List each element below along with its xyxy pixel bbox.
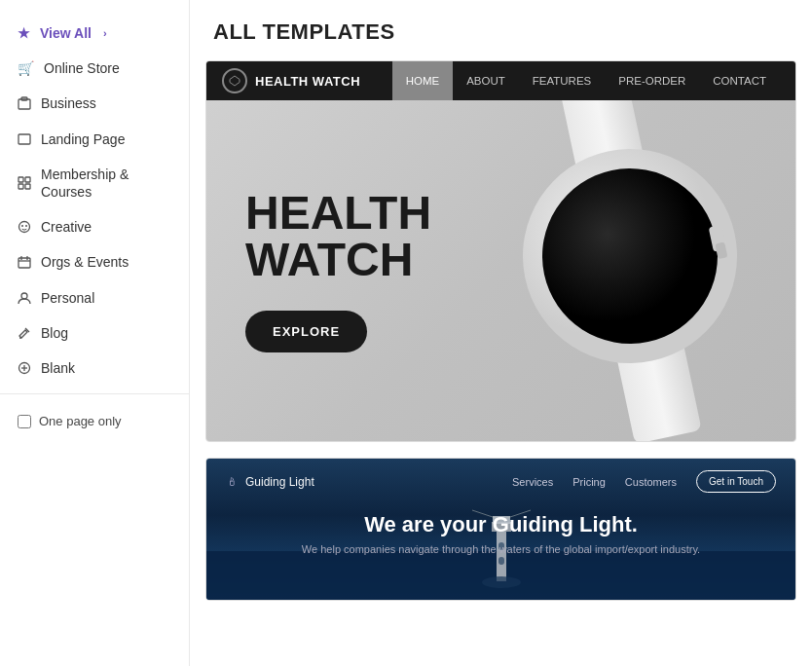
sidebar-item-label: Personal [41, 289, 94, 307]
guiding-light-logo: 🕯 Guiding Light [226, 475, 512, 489]
template-card-health-watch[interactable]: HEALTH WATCH HOME ABOUT FEATURES PRE-ORD… [205, 60, 796, 442]
svg-rect-10 [18, 258, 30, 268]
health-watch-logo-icon [222, 68, 247, 93]
page-title: ALL TEMPLATES [213, 19, 789, 45]
health-watch-hero: HEALTH WATCH EXPLORE [206, 100, 795, 441]
gl-nav-customers[interactable]: Customers [625, 476, 677, 488]
sidebar-item-label: Business [41, 94, 96, 112]
sidebar-item-blank[interactable]: Blank [0, 351, 189, 386]
calendar-icon [18, 255, 31, 269]
sidebar-item-view-all[interactable]: ★ View All › [0, 16, 189, 51]
sidebar-item-label: Orgs & Events [41, 253, 129, 271]
sidebar: ★ View All › 🛒 Online Store Business Lan… [0, 0, 190, 666]
sidebar-divider [0, 393, 189, 394]
guiding-light-logo-text: Guiding Light [245, 475, 314, 489]
svg-marker-19 [230, 76, 240, 86]
gl-nav-services[interactable]: Services [512, 476, 553, 488]
page-header: ALL TEMPLATES [190, 0, 812, 60]
sidebar-item-label: Creative [41, 218, 92, 236]
guiding-light-cta-button[interactable]: Get in Touch [696, 470, 776, 493]
sidebar-item-landing-page[interactable]: Landing Page [0, 122, 189, 157]
sidebar-item-business[interactable]: Business [0, 86, 189, 121]
cart-icon: 🛒 [18, 59, 34, 77]
health-watch-navbar: HEALTH WATCH HOME ABOUT FEATURES PRE-ORD… [206, 61, 795, 100]
template-card-guiding-light[interactable]: 🕯 Guiding Light Services Pricing Custome… [205, 458, 796, 601]
svg-point-7 [19, 222, 30, 233]
hw-nav-home[interactable]: HOME [392, 61, 454, 100]
health-watch-hero-text: HEALTH WATCH EXPLORE [245, 190, 431, 352]
health-watch-preview: HEALTH WATCH HOME ABOUT FEATURES PRE-ORD… [206, 61, 795, 441]
gl-nav-pricing[interactable]: Pricing [572, 476, 606, 488]
health-watch-logo: HEALTH WATCH [222, 68, 392, 93]
sidebar-item-online-store[interactable]: 🛒 Online Store [0, 51, 189, 86]
blank-icon [18, 361, 31, 375]
blog-icon [18, 326, 31, 340]
gl-logo-icon: 🕯 [226, 475, 238, 489]
landing-icon [18, 132, 31, 146]
svg-point-8 [21, 225, 23, 227]
svg-point-9 [25, 225, 27, 227]
health-watch-nav-links: HOME ABOUT FEATURES PRE-ORDER CONTACT [392, 61, 780, 100]
hw-nav-contact[interactable]: CONTACT [699, 61, 780, 100]
sidebar-item-label: Online Store [44, 59, 120, 77]
creative-icon [18, 220, 31, 234]
svg-rect-3 [18, 177, 23, 182]
business-icon [18, 96, 31, 110]
main-content: ALL TEMPLATES HEALTH WATCH [190, 0, 812, 666]
health-watch-hero-title: HEALTH WATCH [245, 190, 431, 283]
sidebar-item-blog[interactable]: Blog [0, 315, 189, 351]
svg-rect-5 [18, 184, 23, 189]
one-page-label: One page only [39, 414, 122, 428]
guiding-light-preview: 🕯 Guiding Light Services Pricing Custome… [206, 459, 795, 600]
sidebar-item-membership-courses[interactable]: Membership & Courses [0, 157, 189, 209]
sidebar-item-personal[interactable]: Personal [0, 280, 189, 315]
one-page-checkbox[interactable] [18, 415, 31, 428]
sidebar-item-label: Landing Page [41, 130, 125, 148]
guiding-light-nav-links: Services Pricing Customers Get in Touch [512, 470, 776, 493]
guiding-light-navbar: 🕯 Guiding Light Services Pricing Custome… [206, 459, 795, 504]
svg-rect-2 [18, 134, 30, 144]
sidebar-item-label: Blank [41, 359, 75, 377]
hw-nav-about[interactable]: ABOUT [453, 61, 519, 100]
health-watch-illustration [406, 100, 795, 441]
sidebar-item-label: Blog [41, 324, 68, 342]
person-icon [18, 291, 31, 305]
guiding-light-hero-subtitle: We help companies navigate through the w… [226, 543, 776, 555]
sidebar-item-label: Membership & Courses [41, 166, 171, 201]
chevron-icon: › [103, 26, 107, 40]
templates-list: HEALTH WATCH HOME ABOUT FEATURES PRE-ORD… [190, 60, 812, 616]
guiding-light-hero-content: We are your Guiding Light. We help compa… [206, 504, 795, 563]
star-icon: ★ [18, 24, 30, 42]
sidebar-item-orgs-events[interactable]: Orgs & Events [0, 244, 189, 279]
membership-icon [18, 176, 31, 190]
hw-nav-preorder[interactable]: PRE-ORDER [605, 61, 699, 100]
health-watch-logo-text: HEALTH WATCH [255, 74, 360, 89]
hw-nav-features[interactable]: FEATURES [519, 61, 606, 100]
svg-rect-6 [25, 184, 30, 189]
svg-rect-4 [25, 177, 30, 182]
health-watch-explore-button[interactable]: EXPLORE [245, 311, 367, 352]
svg-point-31 [482, 576, 521, 588]
sidebar-item-creative[interactable]: Creative [0, 209, 189, 244]
guiding-light-hero-title: We are your Guiding Light. [226, 512, 776, 537]
sidebar-item-label: View All [40, 24, 92, 42]
svg-point-14 [21, 293, 27, 299]
one-page-only-filter[interactable]: One page only [0, 402, 189, 440]
